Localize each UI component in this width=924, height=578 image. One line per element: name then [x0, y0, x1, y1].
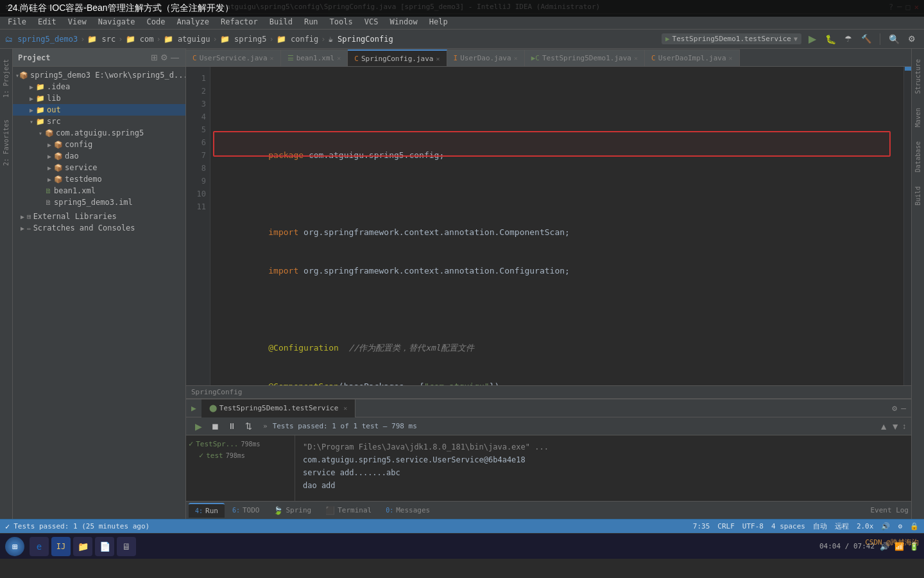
tab-close-userservice[interactable]: ✕ — [270, 55, 274, 62]
menu-analyze[interactable]: Analyze — [171, 16, 214, 28]
tab-todo[interactable]: 6: TODO — [226, 504, 266, 517]
taskbar-start-btn[interactable]: ⊞ — [5, 537, 24, 556]
status-indent[interactable]: 4 spaces — [771, 522, 805, 530]
debug-btn[interactable]: 🐛 — [823, 32, 837, 46]
tree-item-iml[interactable]: 🗎 spring5_demo3.iml — [13, 197, 185, 208]
tab-label-userservice: UserService.java — [200, 54, 268, 62]
tree-item-external-libs[interactable]: ▶ ⊞ External Libraries — [13, 211, 185, 222]
tree-item-service[interactable]: ▶ 📦 service — [13, 162, 185, 173]
build-side-tab[interactable]: Build — [913, 182, 923, 209]
code-content[interactable]: package com.atguigu.spring5.config; impo… — [210, 67, 903, 385]
run-pause-btn[interactable]: ⏸ — [225, 419, 239, 434]
tab-bean1xml[interactable]: ☰ bean1.xml ✕ — [281, 49, 348, 66]
menu-build[interactable]: Build — [264, 16, 298, 28]
taskbar-file-btn[interactable]: 📄 — [95, 537, 114, 556]
status-position[interactable]: 7:35 — [693, 522, 710, 530]
tree-item-testdemo[interactable]: ▶ 📦 testdemo — [13, 173, 185, 185]
taskbar-idea-btn[interactable]: IJ — [51, 537, 71, 556]
project-panel-settings-btn[interactable]: ⚙ — [159, 51, 169, 64]
menu-window[interactable]: Window — [384, 16, 422, 28]
event-log-btn[interactable]: Event Log — [870, 506, 909, 514]
taskbar-explorer-btn[interactable]: 📁 — [73, 537, 92, 556]
test-method-item[interactable]: ✓ test 798ms — [189, 450, 292, 461]
menu-file[interactable]: File — [3, 16, 31, 28]
menu-tools[interactable]: Tools — [325, 16, 358, 28]
favorites-side-tab[interactable]: 2: Favorites — [0, 114, 12, 171]
project-side-tab[interactable]: 1: Project — [0, 55, 12, 101]
tab-close-userdaoimpl[interactable]: ✕ — [729, 55, 733, 62]
menu-help[interactable]: Help — [424, 16, 453, 28]
settings-btn[interactable]: ⚙ — [905, 32, 919, 46]
search-everywhere-btn[interactable]: 🔍 — [887, 32, 901, 46]
status-charset[interactable]: UTF-8 — [742, 522, 764, 530]
tree-item-src[interactable]: ▾ 📁 src — [13, 116, 185, 127]
tree-label-lib: lib — [47, 94, 61, 103]
tree-item-dao[interactable]: ▶ 📦 dao — [13, 150, 185, 162]
taskbar-ie-btn[interactable]: e — [30, 537, 49, 556]
idea-folder-icon: 📁 — [36, 83, 45, 91]
status-crlf[interactable]: CRLF — [717, 522, 735, 530]
bc-com[interactable]: 📁 com — [126, 35, 154, 44]
tab-close-testspring5[interactable]: ✕ — [634, 55, 638, 62]
menu-refactor[interactable]: Refactor — [216, 16, 263, 28]
tree-item-out[interactable]: ▶ 📁 out — [13, 104, 185, 116]
tab-springconfig[interactable]: C SpringConfig.java ✕ — [348, 49, 447, 66]
run-stop-btn[interactable]: ◼ — [208, 419, 222, 434]
run-tab-close[interactable]: ✕ — [343, 405, 347, 412]
run-scroll-to-btn[interactable]: ↕ — [902, 422, 906, 431]
menu-navigate[interactable]: Navigate — [93, 16, 141, 28]
coverage-btn[interactable]: ☂ — [841, 32, 855, 46]
tab-testspring5[interactable]: ▶C TestSpring5Demo1.java ✕ — [525, 49, 645, 66]
database-side-tab[interactable]: Database — [913, 137, 923, 176]
run-settings-btn[interactable]: ⚙ — [892, 403, 897, 413]
run-scroll-up-btn[interactable]: ▲ — [879, 421, 888, 432]
run-tab-active[interactable]: ⬤ TestSpring5Demo1.testService ✕ — [201, 399, 355, 417]
menu-code[interactable]: Code — [142, 16, 171, 28]
tab-terminal[interactable]: ⬛ Terminal — [319, 504, 378, 518]
maven-side-tab[interactable]: Maven — [913, 104, 923, 131]
run-minimize-btn[interactable]: — — [901, 403, 906, 413]
tab-userdaoimpl[interactable]: C UserDaoImpl.java ✕ — [645, 49, 740, 66]
run-sort-btn[interactable]: ⇅ — [241, 419, 255, 434]
status-settings-icon[interactable]: ⚙ — [898, 522, 902, 530]
bc-atguigu[interactable]: 📁 atguigu — [164, 35, 210, 44]
tree-item-lib[interactable]: ▶ 📁 lib — [13, 92, 185, 104]
tab-close-bean1xml[interactable]: ✕ — [337, 55, 341, 62]
bc-spring5[interactable]: 📁 spring5 — [220, 35, 267, 44]
project-panel: Project ⊞ ⚙ — ▾ 📦 spring5_demo3 E:\work\… — [13, 49, 186, 519]
tab-spring[interactable]: 🍃 Spring — [267, 504, 318, 518]
run-scroll-down-btn[interactable]: ▼ — [891, 421, 900, 432]
test-root-item[interactable]: ✓ TestSpr... 798ms — [189, 438, 292, 450]
menu-vcs[interactable]: VCS — [359, 16, 384, 28]
tree-item-bean1xml[interactable]: 🗎 bean1.xml — [13, 185, 185, 197]
tree-item-config[interactable]: ▶ 📦 config — [13, 139, 185, 150]
tab-run[interactable]: 4: Run — [189, 503, 225, 518]
tab-userdao[interactable]: I UserDao.java ✕ — [447, 49, 525, 66]
menu-edit[interactable]: Edit — [33, 16, 62, 28]
run-rerun-btn[interactable]: ▶ — [191, 419, 205, 434]
structure-side-tab[interactable]: Structure — [913, 55, 923, 98]
line-num-9: 9 — [190, 175, 206, 188]
bc-config[interactable]: 📁 config — [277, 35, 319, 44]
project-panel-split-btn[interactable]: ⊞ — [150, 51, 159, 64]
run-config-label[interactable]: ▶ TestSpring5Demo1.testService ▼ — [662, 33, 801, 44]
tree-item-spring5demo3[interactable]: ▾ 📦 spring5_demo3 E:\work\spring5_d... — [13, 69, 185, 81]
tab-userservice[interactable]: C UserService.java ✕ — [186, 49, 281, 66]
tree-item-scratches[interactable]: ▶ ✏ Scratches and Consoles — [13, 222, 185, 234]
tab-close-springconfig[interactable]: ✕ — [436, 55, 440, 62]
tree-label-config: config — [65, 140, 92, 149]
tree-item-idea[interactable]: ▶ 📁 .idea — [13, 81, 185, 92]
tab-close-userdao[interactable]: ✕ — [514, 55, 518, 62]
tree-item-package-root[interactable]: ▾ 📦 com.atguigu.spring5 — [13, 127, 185, 139]
project-panel-hide-btn[interactable]: — — [169, 51, 180, 64]
bc-springconfig[interactable]: ☕ SpringConfig — [329, 35, 393, 44]
tab-messages[interactable]: 0: Messages — [379, 504, 436, 517]
bc-project[interactable]: 🗂 spring5_demo3 — [5, 35, 78, 44]
build-btn[interactable]: 🔨 — [859, 32, 873, 46]
menu-run[interactable]: Run — [299, 16, 323, 28]
run-btn[interactable]: ▶ — [805, 32, 819, 46]
bc-src[interactable]: 📁 src — [87, 35, 116, 44]
menu-view[interactable]: View — [63, 16, 92, 28]
taskbar-app-btn[interactable]: 🖥 — [117, 537, 136, 556]
tree-arrow-testdemo: ▶ — [45, 176, 54, 183]
